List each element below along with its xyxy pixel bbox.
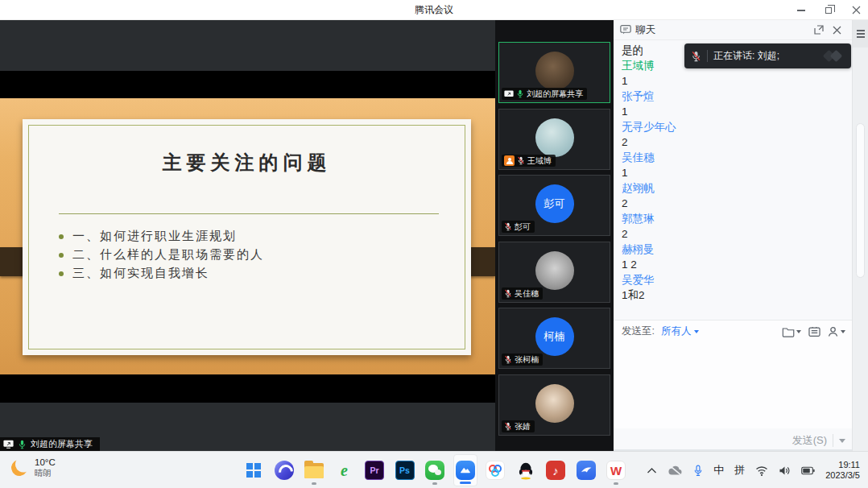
slide-title: 主要关注的问题 — [23, 150, 471, 176]
participant-tile-zhangkenan[interactable]: 柯楠 张柯楠 — [498, 308, 610, 369]
window-titlebar: 腾讯会议 — [0, 0, 868, 20]
participant-tile-pengke[interactable]: 彭可 彭可 — [498, 175, 610, 236]
tencent-meeting-icon — [456, 461, 475, 480]
ime-lang-indicator[interactable]: 中 — [713, 463, 724, 478]
taskbar-app-photoshop[interactable]: Ps — [393, 454, 417, 486]
participant-tile-liuchao-share[interactable]: 刘超的屏幕共享 — [498, 42, 610, 103]
taskbar-app-wps[interactable]: W — [604, 454, 628, 486]
chat-sender-name[interactable]: 赫栩曼 — [622, 242, 852, 257]
wechat-icon — [425, 461, 444, 480]
toast-divider — [707, 50, 708, 62]
speaking-toast: 正在讲话: 刘超; — [684, 43, 851, 68]
mic-muted-icon — [504, 355, 512, 364]
screen-share-icon — [504, 90, 514, 98]
wifi-icon[interactable] — [755, 465, 768, 476]
mic-muted-icon — [504, 289, 512, 298]
chat-message: 2 — [622, 134, 852, 150]
taskbar-app-tencent-meeting[interactable] — [453, 454, 477, 486]
speaker-icon[interactable] — [779, 465, 791, 476]
mic-muted-icon — [691, 51, 701, 62]
system-tray: 中 拼 19:11 2023/3/5 — [647, 452, 860, 488]
chat-message: 1和2 — [622, 287, 852, 303]
send-button[interactable]: 发送(S) — [792, 433, 827, 448]
send-options-button[interactable] — [839, 439, 845, 443]
chat-sender-name[interactable]: 张予煊 — [622, 89, 852, 104]
browser-icon — [275, 461, 294, 480]
chat-message: 1 2 — [622, 257, 852, 272]
participant-tile-wujiasui[interactable]: 吴佳穗 — [498, 242, 610, 303]
avatar — [535, 251, 574, 290]
battery-icon[interactable] — [801, 466, 815, 475]
slide-bullet-list: 一、如何进行职业生涯规划 二、什么样的人是职场需要的人 三、如何实现自我增长 — [59, 227, 447, 283]
chevron-down-icon — [694, 330, 699, 333]
taskbar-app-browser[interactable] — [272, 454, 296, 486]
premiere-icon: Pr — [365, 461, 384, 480]
chat-message-list[interactable]: 是的 王域博 1 张予煊 1 无寻少年心 2 吴佳穗 1 赵翊帆 2 郭慧琳 2… — [614, 40, 852, 320]
shared-screen-stage: 主要关注的问题 一、如何进行职业生涯规划 二、什么样的人是职场需要的人 三、如何… — [0, 20, 495, 451]
taskbar-app-rings[interactable] — [483, 454, 507, 486]
taskbar-app-internet-explorer[interactable]: e — [333, 454, 357, 486]
taskbar-clock[interactable]: 19:11 2023/3/5 — [825, 460, 860, 482]
participant-label: 张柯楠 — [502, 354, 543, 366]
chat-sender-name[interactable]: 无寻少年心 — [622, 119, 852, 134]
send-file-button[interactable] — [782, 326, 801, 337]
taskbar-app-file-explorer[interactable] — [302, 454, 326, 486]
mic-on-icon — [516, 89, 524, 98]
participant-label: 王域博 — [502, 155, 556, 167]
weather-temp: 10°C — [35, 457, 56, 468]
meeting-logo-icon — [822, 48, 846, 64]
moon-icon — [10, 458, 29, 478]
window-title: 腾讯会议 — [0, 3, 868, 17]
minimize-button[interactable] — [794, 3, 808, 18]
restore-button[interactable] — [821, 3, 836, 18]
hidden-icons-chevron[interactable] — [647, 467, 657, 474]
member-select-button[interactable] — [828, 326, 845, 337]
chat-sender-name[interactable]: 吴爱华 — [622, 272, 852, 287]
hamburger-icon — [857, 30, 865, 31]
side-strip — [852, 20, 868, 451]
chat-message: 1 — [622, 165, 852, 180]
avatar — [535, 384, 574, 423]
avatar: 彭可 — [535, 184, 574, 223]
internet-explorer-icon: e — [341, 461, 348, 480]
bullet-dot-icon — [59, 234, 64, 239]
slide-title-divider — [59, 213, 439, 214]
taskbar-app-premiere[interactable]: Pr — [362, 454, 386, 486]
close-icon — [833, 26, 841, 35]
taskbar-app-qq[interactable] — [514, 454, 538, 486]
close-button[interactable] — [849, 3, 863, 18]
participant-tile-zhangjing[interactable]: 张婧 — [498, 374, 610, 436]
chat-sender-name[interactable]: 赵翊帆 — [622, 180, 852, 196]
ime-pinyin-indicator[interactable]: 拼 — [734, 463, 745, 478]
taskbar-app-netease-music[interactable]: ♪ — [544, 454, 568, 486]
chat-bubble-icon — [620, 25, 631, 35]
chat-sender-name[interactable]: 郭慧琳 — [622, 211, 852, 226]
announcement-icon — [808, 326, 820, 337]
send-to-label: 发送至: — [622, 325, 655, 338]
participant-label: 刘超的屏幕共享 — [502, 88, 587, 100]
announcement-button[interactable] — [808, 326, 820, 337]
chat-sender-name[interactable]: 吴佳穗 — [622, 150, 852, 165]
start-button[interactable] — [242, 454, 266, 486]
avatar — [535, 118, 574, 157]
tray-mic-icon[interactable] — [693, 465, 703, 477]
participant-label: 张婧 — [502, 420, 535, 432]
close-chat-button[interactable] — [828, 21, 845, 39]
chat-scrollbar[interactable] — [856, 123, 865, 278]
slide-bullet: 三、如何实现自我增长 — [59, 264, 447, 283]
cloud-sync-icon[interactable] — [668, 465, 683, 476]
popout-icon — [814, 25, 824, 35]
taskbar-app-wechat[interactable] — [423, 454, 447, 486]
windows-taskbar: 10°C 晴朗 e Pr Ps — [0, 451, 868, 488]
avatar: 柯楠 — [535, 317, 574, 356]
chat-message-input[interactable] — [614, 342, 852, 428]
participant-strip: 刘超的屏幕共享 王域博 彭可 — [495, 20, 614, 451]
running-indicator — [432, 482, 437, 485]
taskbar-app-xunlei[interactable] — [574, 454, 598, 486]
weather-condition: 晴朗 — [35, 468, 56, 478]
sidebar-menu-button[interactable] — [853, 20, 868, 48]
participant-tile-wangyubo[interactable]: 王域博 — [498, 109, 610, 170]
weather-widget[interactable]: 10°C 晴朗 — [11, 457, 56, 478]
popout-chat-button[interactable] — [810, 21, 828, 39]
send-to-selector[interactable]: 所有人 — [661, 325, 700, 338]
